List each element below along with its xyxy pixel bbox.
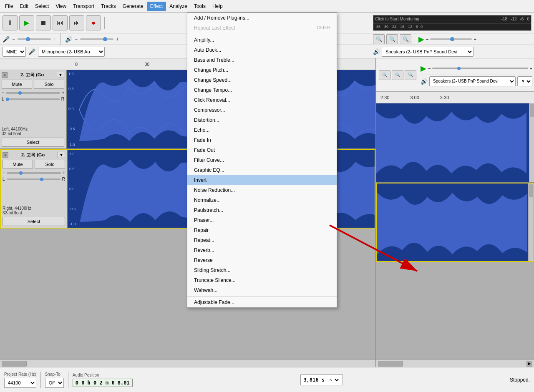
track-1-go[interactable]: ▼ — [57, 72, 64, 78]
track-2-pan-slider[interactable] — [7, 178, 60, 180]
skip-back-button[interactable]: ⏮ — [53, 15, 68, 30]
zoom-btn-2[interactable]: 🔍 — [392, 70, 403, 80]
menu-effect[interactable]: Effect — [147, 2, 166, 11]
vscrollbar-right-2[interactable] — [528, 183, 533, 261]
speakers-select-right[interactable]: Speakers (2- USB PnP Sound Devi — [429, 76, 516, 86]
track-2-bits: 32-bit float — [3, 211, 65, 215]
track-2-close[interactable]: × — [3, 152, 8, 158]
playback-minus: − — [426, 37, 428, 42]
effect-fade-out[interactable]: Fade Out — [187, 145, 337, 155]
effect-change-speed[interactable]: Change Speed... — [187, 75, 337, 85]
track-1-pan-slider[interactable] — [6, 98, 60, 100]
input-level-slider[interactable] — [18, 38, 51, 40]
effect-add-remove[interactable]: Add / Remove Plug-ins... — [187, 13, 337, 23]
zoom-btn-1[interactable]: 🔍 — [379, 70, 390, 80]
effect-graphic-eq[interactable]: Graphic EQ... — [187, 165, 337, 175]
effect-change-pitch[interactable]: Change Pitch... — [187, 65, 337, 75]
snap-to-select[interactable]: Off — [45, 378, 64, 388]
vu-scale-0: 0 — [527, 17, 529, 21]
effect-bass-treble[interactable]: Bass and Treble... — [187, 55, 337, 65]
zoom-out-button[interactable]: 🔍 — [386, 34, 398, 44]
effect-sliding-stretch[interactable]: Sliding Stretch... — [187, 265, 337, 275]
menu-generate[interactable]: Generate — [119, 2, 147, 11]
effect-change-tempo[interactable]: Change Tempo... — [187, 85, 337, 95]
zoom-btn-3[interactable]: 🔍 — [405, 70, 416, 80]
microphone-select[interactable]: Microphone (2- USB Au — [38, 47, 105, 57]
menu-transport[interactable]: Transport — [70, 2, 98, 11]
speaker-icon: 🔊 — [65, 36, 72, 43]
right-hscrollbar[interactable]: ▶ — [376, 359, 534, 367]
toolbar-separator-1 — [104, 17, 105, 29]
track-1-select[interactable]: Select — [2, 138, 64, 147]
speakers-select[interactable]: Speakers (2- USB PnP Sound Devi — [382, 47, 474, 57]
right-empty — [376, 262, 534, 359]
pan-l-1: L — [2, 97, 4, 101]
track-2-gain-slider[interactable] — [7, 172, 61, 174]
effect-invert[interactable]: Invert — [187, 175, 337, 185]
effect-reverb[interactable]: Reverb... — [187, 245, 337, 255]
effect-noise-reduction[interactable]: Noise Reduction... — [187, 185, 337, 195]
effect-compressor[interactable]: Compressor... — [187, 105, 337, 115]
track-2-controls: × 2. 고목 (Go ▼ Mute Solo − + L — [1, 150, 68, 228]
right-top-controls: 🔍 🔍 🔍 ▶ − + 🔊 Speaker — [376, 58, 534, 92]
effect-normalize[interactable]: Normalize... — [187, 195, 337, 205]
play-btn-right[interactable]: ▶ — [421, 64, 426, 73]
effect-echo[interactable]: Echo... — [187, 125, 337, 135]
menu-tools[interactable]: Tools — [191, 2, 209, 11]
track-1-solo[interactable]: Solo — [34, 80, 64, 89]
menu-analyze[interactable]: Analyze — [166, 2, 191, 11]
record-button[interactable]: ● — [86, 15, 101, 30]
track-2-go[interactable]: ▼ — [58, 152, 65, 158]
effect-reverse[interactable]: Reverse — [187, 255, 337, 265]
output-level-plus: + — [116, 36, 119, 42]
menu-select[interactable]: Select — [32, 2, 52, 11]
channel-select-right[interactable]: ▼ — [517, 76, 532, 86]
pause-button[interactable]: ⏸ — [3, 15, 18, 30]
output-level-slider[interactable] — [80, 38, 113, 40]
effect-repair[interactable]: Repair — [187, 225, 337, 235]
skip-fwd-button[interactable]: ⏭ — [69, 15, 84, 30]
effect-phaser[interactable]: Phaser... — [187, 215, 337, 225]
track-1-mute[interactable]: Mute — [2, 80, 32, 89]
horizontal-scrollbar[interactable] — [0, 359, 375, 367]
effect-filter-curve[interactable]: Filter Curve... — [187, 155, 337, 165]
zoom-in-button[interactable]: 🔍 — [373, 34, 385, 44]
play-button[interactable]: ▶ — [19, 15, 34, 30]
playback-speed-slider[interactable] — [430, 38, 472, 40]
effect-fade-in[interactable]: Fade In — [187, 135, 337, 145]
menu-file[interactable]: File — [2, 2, 16, 11]
track-1-gain-slider[interactable] — [6, 92, 60, 94]
effect-repeat[interactable]: Repeat... — [187, 235, 337, 245]
scroll-right-arrow[interactable]: ▶ — [526, 361, 532, 367]
playback-plus: + — [474, 37, 476, 42]
effect-distortion[interactable]: Distortion... — [187, 115, 337, 125]
stop-button[interactable]: ⏹ — [36, 15, 51, 30]
vu-scale-m18: -18 — [501, 17, 507, 21]
menu-sep-1 — [187, 34, 337, 34]
track-2-mute[interactable]: Mute — [3, 160, 33, 169]
track-2-solo[interactable]: Solo — [35, 160, 65, 169]
effect-amplify[interactable]: Amplify... — [187, 35, 337, 45]
track-2-select-btn[interactable]: Select — [3, 217, 65, 226]
track-1-close[interactable]: × — [2, 72, 8, 78]
project-rate-select[interactable]: 44100 — [4, 378, 36, 388]
output-level-minus: − — [75, 36, 78, 42]
zoom-fit-button[interactable]: 🔍 — [400, 34, 411, 44]
speed-slider-right[interactable] — [432, 68, 528, 69]
snap-to-label: Snap-To — [45, 372, 64, 377]
host-select[interactable]: MME — [3, 47, 26, 57]
menu-view[interactable]: View — [52, 2, 70, 11]
effect-adjustable-fade[interactable]: Adjustable Fade... — [187, 297, 337, 307]
time-unit-select[interactable]: s — [326, 376, 340, 384]
play-green-btn[interactable]: ▶ — [418, 35, 424, 44]
effect-click-removal[interactable]: Click Removal... — [187, 95, 337, 105]
menu-help[interactable]: Help — [209, 2, 226, 11]
effect-truncate-silence[interactable]: Truncate Silence... — [187, 275, 337, 285]
menu-tracks[interactable]: Tracks — [98, 2, 119, 11]
vscrollbar-right[interactable] — [529, 103, 534, 182]
effect-wahwah[interactable]: Wahwah... — [187, 285, 337, 295]
effect-auto-duck[interactable]: Auto Duck... — [187, 45, 337, 55]
effect-paulstretch[interactable]: Paulstretch... — [187, 205, 337, 215]
track-1-channel: Left, 44100Hz — [2, 127, 64, 131]
menu-edit[interactable]: Edit — [16, 2, 32, 11]
